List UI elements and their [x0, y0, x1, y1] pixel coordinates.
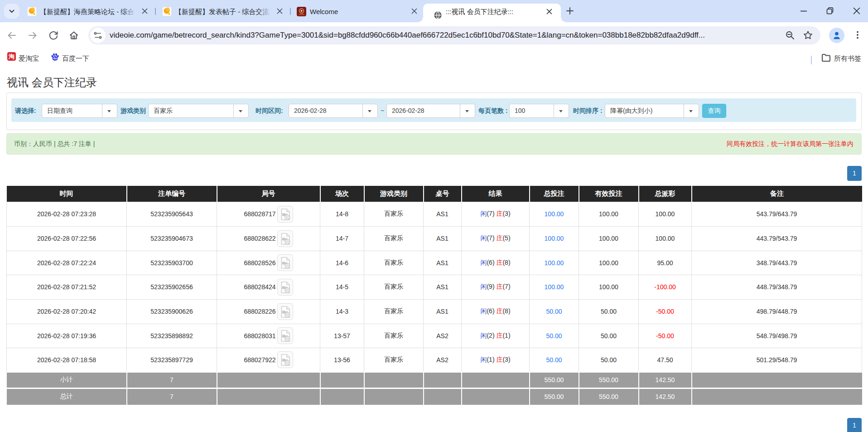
svg-text:du: du — [53, 57, 57, 60]
